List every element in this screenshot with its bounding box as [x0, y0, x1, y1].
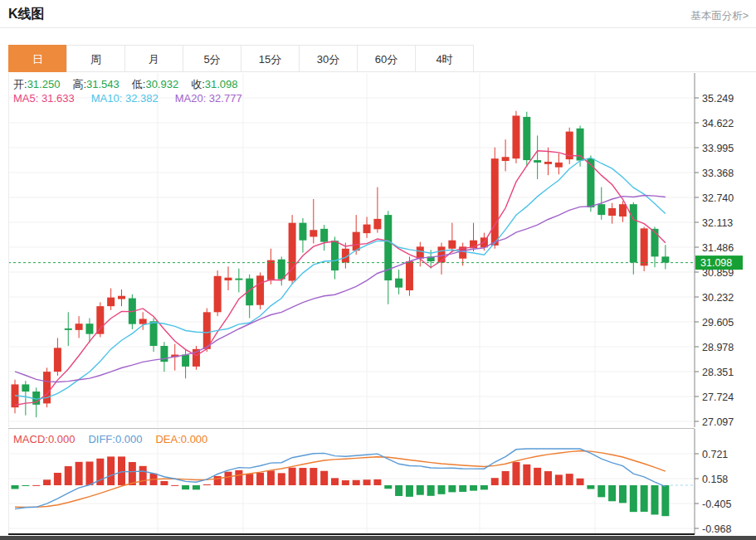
close-value: 31.098: [205, 78, 238, 90]
tab-15min[interactable]: 15分: [241, 45, 300, 72]
tab-30min[interactable]: 30分: [299, 45, 358, 72]
tab-day[interactable]: 日: [8, 45, 67, 72]
close-label: 收:: [191, 78, 205, 90]
divider: [0, 27, 756, 28]
ma10-value: MA10: 32.382: [91, 92, 159, 105]
diff-value: DIFF:0.000: [88, 433, 142, 445]
macd-value: MACD:0.000: [13, 433, 75, 445]
tab-60min[interactable]: 60分: [357, 45, 416, 72]
svg-text:30.232: 30.232: [702, 292, 734, 304]
svg-text:0.721: 0.721: [702, 449, 728, 460]
macd-readout: MACD:0.000DIFF:0.000DEA:0.000: [13, 433, 207, 445]
page-title: K线图: [8, 6, 45, 23]
svg-text:33.995: 33.995: [702, 143, 734, 154]
ma5-value: MA5: 31.633: [13, 92, 75, 105]
svg-text:0.158: 0.158: [702, 474, 728, 485]
kline-widget: K线图 基本面分析> 日 周 月 5分 15分 30分 60分 4时 开:31.…: [0, 0, 756, 540]
svg-text:35.249: 35.249: [702, 93, 734, 105]
svg-text:28.351: 28.351: [702, 367, 734, 378]
svg-text:32.113: 32.113: [702, 217, 733, 229]
svg-text:27.097: 27.097: [702, 416, 734, 428]
ma-readout: MA5: 31.633MA10: 32.382MA20: 32.777: [13, 92, 242, 105]
open-label: 开:: [13, 78, 27, 90]
period-tabs: 日 周 月 5分 15分 30分 60分 4时: [8, 45, 474, 72]
low-value: 30.932: [145, 78, 178, 90]
ma20-value: MA20: 32.777: [175, 92, 242, 105]
fundamental-analysis-link[interactable]: 基本面分析>: [690, 9, 749, 23]
svg-text:29.605: 29.605: [702, 317, 734, 328]
tab-5min[interactable]: 5分: [183, 45, 241, 72]
svg-text:31.486: 31.486: [702, 242, 734, 254]
high-label: 高:: [72, 78, 86, 90]
svg-text:31.098: 31.098: [700, 257, 732, 269]
tab-4hour[interactable]: 4时: [415, 45, 474, 72]
tab-week[interactable]: 周: [66, 45, 125, 72]
macd-chart-canvas[interactable]: 0.7210.158-0.405-0.968: [8, 429, 756, 540]
svg-text:34.622: 34.622: [702, 118, 734, 129]
price-chart-canvas[interactable]: 35.24934.62233.99533.36832.74032.11331.4…: [8, 73, 756, 427]
dea-value: DEA:0.000: [155, 433, 207, 445]
low-label: 低:: [132, 78, 146, 90]
svg-text:27.724: 27.724: [702, 392, 734, 403]
svg-text:33.368: 33.368: [702, 168, 734, 179]
tab-month[interactable]: 月: [124, 45, 183, 72]
svg-text:32.740: 32.740: [702, 192, 734, 204]
svg-text:-0.968: -0.968: [702, 523, 731, 535]
svg-text:-0.405: -0.405: [702, 499, 731, 510]
svg-text:28.978: 28.978: [702, 342, 734, 353]
high-value: 31.543: [86, 78, 119, 90]
open-value: 31.250: [27, 78, 61, 90]
ohlc-readout: 开:31.250高:31.543低:30.932收:31.098: [13, 77, 251, 92]
